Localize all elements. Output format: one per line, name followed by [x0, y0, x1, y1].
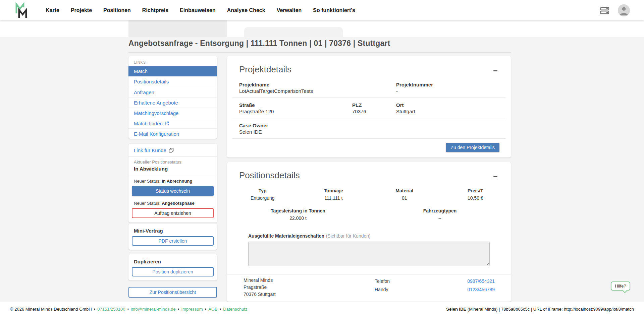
contact-street: Pragstraße — [244, 284, 495, 291]
nav-item-einbauweisen[interactable]: Einbauweisen — [180, 7, 216, 13]
scroll-remnant-strip — [0, 20, 644, 37]
ort-label: Ort — [396, 102, 499, 108]
scroll-remnant-block — [128, 20, 227, 37]
footer-separator: • — [127, 307, 129, 312]
server-icon[interactable] — [600, 5, 610, 15]
links-header: LINKS — [128, 56, 217, 66]
nav-item-richtpreis[interactable]: Richtpreis — [142, 7, 168, 13]
mobile-link[interactable]: 0123/456789 — [467, 287, 495, 292]
contact-city: 70376 Stuttgart — [244, 291, 495, 298]
sidebar-item-matchingvorschlaege[interactable]: Matchingvorschläge — [128, 108, 217, 118]
status-wechseln-button[interactable]: Status wechseln — [132, 186, 214, 196]
sidebar-item-positionsdetails[interactable]: Positionsdetails — [128, 76, 217, 87]
sidebar-item-anfragen[interactable]: Anfragen — [128, 87, 217, 97]
nav-item-projekte[interactable]: Projekte — [71, 7, 92, 13]
phone-link[interactable]: 0987/654321 — [467, 278, 495, 284]
projektname-value: LotActualTargetComparisonTests — [239, 88, 396, 94]
footer-separator: • — [178, 307, 179, 312]
plz-value: 70376 — [352, 109, 396, 115]
footer-user: Selen IDE — [446, 307, 466, 312]
positionsdetails-card: Positionsdetails Typ Entsorgung Tonnage … — [227, 162, 511, 302]
mineral-minds-logo-icon[interactable] — [15, 2, 30, 20]
positionsdetails-header: Positionsdetails — [227, 162, 511, 183]
duplizieren-title: Duplizieren — [128, 254, 217, 264]
footer-left: © 2026 Mineral Minds Deutschland GmbH • … — [10, 307, 248, 312]
sidebar-item-email-konfiguration[interactable]: E-Mail Konfiguration — [128, 128, 217, 139]
sidebar-item-erhaltene-angebote[interactable]: Erhaltene Angebote — [128, 97, 217, 108]
zur-positionsuebersicht-button[interactable]: Zur Positionsübersicht — [128, 287, 217, 298]
external-link-icon — [165, 121, 169, 126]
app-screen: Karte Projekte Positionen Richtpreis Ein… — [0, 0, 644, 316]
footer-phone-link[interactable]: 07151/250100 — [97, 307, 125, 312]
current-status-value: In Abwicklung — [134, 166, 212, 172]
footer-email-link[interactable]: info@mineral-minds.de — [131, 307, 176, 312]
footer-copyright: © 2026 Mineral Minds Deutschland GmbH — [10, 307, 92, 312]
nav-item-positionen[interactable]: Positionen — [103, 7, 131, 13]
project-field-row: Straße Pragstraße 120 PLZ 70376 Ort Stut… — [227, 98, 511, 118]
nav-menu: Karte Projekte Positionen Richtpreis Ein… — [46, 0, 355, 20]
projektnummer-label: Projektnummer — [396, 82, 499, 87]
position-stats-row: Typ Entsorgung Tonnage 111.111 t Materia… — [227, 188, 511, 201]
footer-session-info: Selen IDE (Mineral Minds) | 78b5a8b65c5c… — [446, 307, 634, 312]
stat-preis: Preis/T 10,50 € — [440, 188, 511, 201]
copy-icon[interactable] — [169, 148, 174, 153]
mini-vertrag-card: Mini-Vertrag PDF erstellen — [128, 224, 217, 250]
material-properties-textarea[interactable] — [248, 242, 490, 266]
pdf-erstellen-button[interactable]: PDF erstellen — [132, 236, 214, 246]
sidebar-status-card: Link für Kunde Aktueller Positionsstatus… — [128, 144, 217, 223]
footer-datenschutz-link[interactable]: Datenschutz — [223, 307, 247, 312]
stat-tonnage: Tonnage 111.111 t — [298, 188, 369, 201]
footer-separator: • — [94, 307, 96, 312]
customer-link-row: Link für Kunde — [128, 144, 217, 156]
projektdetails-card: Projektdetails Projektname LotActualTarg… — [227, 56, 511, 157]
zu-den-projektdetails-button[interactable]: Zu den Projektdetails — [446, 143, 499, 152]
stat-material: Material 01 — [369, 188, 440, 201]
case-owner-label: Case Owner — [239, 123, 499, 128]
duplizieren-card: Duplizieren Position duplizieren — [128, 254, 217, 280]
footer-separator: • — [220, 307, 221, 312]
collapse-icon[interactable] — [493, 174, 498, 179]
top-navigation: Karte Projekte Positionen Richtpreis Ein… — [0, 0, 644, 20]
sidebar-item-match[interactable]: Match — [128, 66, 217, 76]
current-status-label: Aktueller Positionsstatus: — [134, 160, 212, 165]
case-owner-value: Selen IDE — [239, 129, 499, 135]
project-field-row: Case Owner Selen IDE — [227, 118, 511, 138]
material-properties-section: Ausgefüllte Materialeigenschaften (Sicht… — [248, 233, 490, 266]
position-duplizieren-button[interactable]: Position duplizieren — [132, 267, 214, 276]
title-divider — [128, 52, 511, 53]
projektnummer-value: - — [396, 88, 499, 94]
strasse-label: Straße — [239, 102, 352, 108]
next-status-line: Neuer Status: Angebotsphase — [128, 196, 217, 206]
project-field-row: Projektname LotActualTargetComparisonTes… — [227, 77, 511, 98]
customer-link[interactable]: Link für Kunde — [134, 147, 166, 153]
help-tooltip[interactable]: Hilfe? — [611, 281, 630, 291]
footer-agb-link[interactable]: AGB — [208, 307, 217, 312]
footer-separator: • — [205, 307, 207, 312]
nav-item-verwalten[interactable]: Verwalten — [277, 7, 302, 13]
contact-company: Mineral Minds — [244, 277, 495, 284]
collapse-icon[interactable] — [493, 68, 498, 73]
footer-impressum-link[interactable]: Impressum — [181, 307, 203, 312]
current-status-block: Aktueller Positionsstatus: In Abwicklung — [128, 156, 217, 175]
sidebar-links-list: Match Positionsdetails Anfragen Erhalten… — [128, 66, 217, 139]
nav-item-karte[interactable]: Karte — [46, 7, 59, 13]
projektdetails-header: Projektdetails — [227, 56, 511, 77]
phone-label: Telefon — [375, 277, 390, 286]
projektdetails-title: Projektdetails — [239, 64, 291, 75]
nav-item-analyse-check[interactable]: Analyse Check — [227, 7, 265, 13]
sidebar-item-match-finden[interactable]: Match finden — [128, 118, 217, 128]
projektname-label: Projektname — [239, 82, 396, 87]
stat-fahrzeugtypen: Fahrzeugtypen – — [369, 208, 511, 221]
mini-vertrag-title: Mini-Vertrag — [128, 224, 217, 234]
next-status-line: Neuer Status: In Abrechnung — [128, 175, 217, 184]
user-avatar-icon[interactable] — [618, 4, 630, 16]
positionsdetails-title: Positionsdetails — [239, 170, 300, 181]
plz-label: PLZ — [352, 102, 396, 108]
ort-value: Stuttgart — [396, 109, 499, 115]
contact-section: Mineral Minds Pragstraße 70376 Stuttgart… — [227, 274, 511, 298]
material-properties-label: Ausgefüllte Materialeigenschaften — [248, 233, 324, 239]
nav-item-so-funktionierts[interactable]: So funktioniert's — [313, 7, 355, 13]
stat-typ: Typ Entsorgung — [227, 188, 298, 201]
auftrag-entziehen-button[interactable]: Auftrag entziehen — [132, 208, 214, 218]
material-properties-hint: (Sichtbar für Kunden) — [326, 233, 371, 239]
